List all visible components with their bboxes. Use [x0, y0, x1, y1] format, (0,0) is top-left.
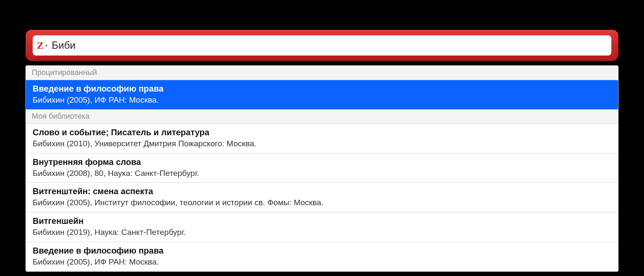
result-item[interactable]: Витгенштейн: смена аспектаБибихин (2005)…: [26, 182, 618, 212]
result-title: Витгенштейн: смена аспекта: [33, 186, 611, 197]
result-meta: Бибихин (2008), 80, Наука: Санкт-Петербу…: [33, 168, 611, 178]
result-title: Введение в философию права: [33, 84, 611, 94]
dropdown-caret-icon: ▾: [45, 43, 47, 48]
search-input-wrap: Z ▾: [33, 35, 611, 56]
result-item[interactable]: Внутренняя форма словаБибихин (2008), 80…: [26, 153, 618, 183]
result-meta: Бибихин (2005), ИФ РАН: Москва.: [33, 257, 611, 267]
result-item[interactable]: Введение в философию праваБибихин (2005)…: [26, 80, 618, 109]
result-item[interactable]: Слово и событие; Писатель и литератураБи…: [26, 124, 618, 153]
citation-picker: Z ▾ ПроцитированныйВведение в философию …: [25, 30, 619, 272]
results-dropdown: ПроцитированныйВведение в философию прав…: [25, 65, 619, 272]
result-meta: Бибихин (2005), Институт философии, теол…: [33, 198, 611, 208]
section-header: Процитированный: [26, 66, 618, 80]
result-title: Витгеншейн: [33, 216, 611, 226]
result-meta: Бибихин (2005), ИФ РАН: Москва.: [33, 95, 611, 105]
result-title: Внутренняя форма слова: [33, 157, 611, 167]
zotero-z-icon: Z: [37, 40, 44, 51]
result-title: Слово и событие; Писатель и литература: [33, 127, 611, 138]
result-meta: Бибихин (2019), Наука: Санкт-Петербург.: [33, 227, 611, 237]
result-item[interactable]: Введение в философию праваБибихин (2005)…: [26, 242, 618, 271]
result-item[interactable]: ВитгеншейнБибихин (2019), Наука: Санкт-П…: [26, 212, 618, 242]
zotero-source-button[interactable]: Z ▾: [37, 40, 50, 51]
result-title: Введение в философию права: [33, 245, 611, 256]
search-input[interactable]: [50, 39, 607, 51]
section-header: Моя библиотека: [26, 109, 618, 124]
result-meta: Бибихин (2010), Университет Дмитрия Пожа…: [33, 139, 611, 149]
search-bar: Z ▾: [25, 30, 619, 61]
